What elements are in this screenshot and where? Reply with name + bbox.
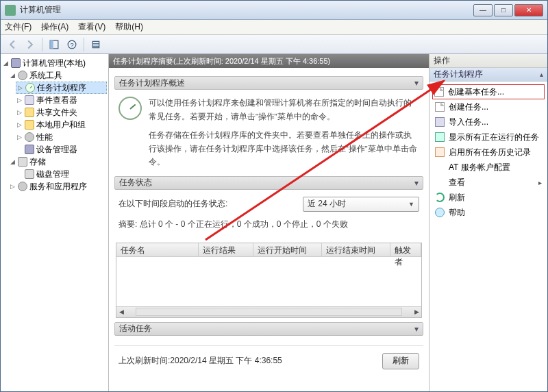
tree-performance[interactable]: ▷性能 [2,131,107,143]
tree-system-tools[interactable]: ◢系统工具 [2,69,107,82]
col-end[interactable]: 运行结束时间 [322,243,390,256]
tree-local-users[interactable]: ▷本地用户和组 [2,119,107,131]
menu-view[interactable]: 查看(V) [78,21,105,33]
scroll-right-icon[interactable]: ▶ [412,307,421,317]
tree-task-scheduler[interactable]: ▷任务计划程序 [16,82,107,94]
disk-icon [25,169,34,179]
help-icon [435,208,445,217]
forward-button[interactable] [23,37,38,52]
col-task-name[interactable]: 任务名 [116,243,199,256]
tree-event-viewer[interactable]: ▷事件查看器 [2,94,107,106]
table-body[interactable] [116,257,421,306]
action-show-running[interactable]: 显示所有正在运行的任务 [432,130,545,145]
perf-icon [25,132,34,142]
refresh-button[interactable]: 刷新 [382,353,419,369]
status-filter-label: 在以下时间段启动的任务状态: [119,198,227,210]
event-viewer-icon [25,95,34,105]
overview-section: 可以使用任务计划程序来创建和管理计算机将在所指定的时间自动执行的常见任务。若要开… [114,90,423,172]
submenu-arrow-icon: ▸ [538,179,542,186]
storage-icon [18,157,27,167]
action-refresh[interactable]: 刷新 [432,190,545,205]
action-create-basic-task[interactable]: 创建基本任务... [432,84,545,99]
action-import-task[interactable]: 导入任务... [432,114,545,130]
chevron-down-icon: ▼ [408,201,414,208]
tree-pane[interactable]: ◢计算机管理(本地) ◢系统工具 ▷任务计划程序 ▷事件查看器 ▷共享文件夹 ▷… [1,54,109,391]
status-section-header[interactable]: 任务状态▾ [114,176,423,190]
horizontal-scrollbar[interactable]: ◀▶ [116,306,421,317]
main-pane: 任务计划程序摘要(上次刷新时间: 2020/2/14 星期五 下午 4:36:5… [109,54,429,391]
client-area: ◢计算机管理(本地) ◢系统工具 ▷任务计划程序 ▷事件查看器 ▷共享文件夹 ▷… [1,54,547,391]
back-button[interactable] [5,37,20,52]
main-header: 任务计划程序摘要(上次刷新时间: 2020/2/14 星期五 下午 4:36:5… [109,54,429,68]
status-table: 任务名 运行结果 运行开始时间 运行结束时间 触发者 ◀▶ [116,243,422,318]
main-body[interactable]: 任务计划程序概述▾ 可以使用任务计划程序来创建和管理计算机将在所指定的时间自动执… [109,68,429,391]
collapse-icon[interactable]: ▾ [414,324,419,334]
folder-icon [25,108,34,117]
menu-help[interactable]: 帮助(H) [115,21,143,33]
history-icon [435,147,445,157]
tree-services-apps[interactable]: ▷服务和应用程序 [2,180,107,193]
action-help[interactable]: 帮助 [432,205,545,220]
tree-disk-management[interactable]: 磁盘管理 [2,168,107,180]
status-summary: 摘要: 总计 0 个 - 0 个正在运行，0 个成功，0 个停止，0 个失败 [114,216,423,238]
col-trigger[interactable]: 触发者 [390,243,421,256]
tree-root[interactable]: ◢计算机管理(本地) [2,57,107,69]
svg-text:?: ? [70,41,73,48]
status-period-combo[interactable]: 近 24 小时▼ [303,197,419,212]
actions-pane-title: 操作 [429,54,547,68]
show-hide-tree-button[interactable] [47,37,62,52]
action-at-account[interactable]: AT 服务帐户配置 [432,160,545,175]
maximize-button[interactable]: □ [494,4,513,16]
folder-icon [25,120,34,130]
tree-storage[interactable]: ◢存储 [2,156,107,168]
svg-rect-1 [50,40,53,49]
window-title: 计算机管理 [20,4,473,16]
minimize-button[interactable]: — [473,4,493,16]
document-icon [434,87,444,97]
window: 计算机管理 — □ ✕ 文件(F) 操作(A) 查看(V) 帮助(H) ? ◢计… [0,0,548,392]
tree-shared-folders[interactable]: ▷共享文件夹 [2,106,107,119]
document-icon [435,102,445,112]
device-icon [25,145,34,154]
app-icon [5,5,16,16]
collapse-icon[interactable]: ▴ [540,71,543,78]
tree-device-manager[interactable]: 设备管理器 [2,143,107,156]
actions-group-header[interactable]: 任务计划程序▴ [429,68,547,82]
help-toolbar-button[interactable]: ? [64,37,79,52]
collapse-icon[interactable]: ▾ [414,78,419,88]
table-header: 任务名 运行结果 运行开始时间 运行结束时间 触发者 [116,243,421,257]
active-tasks-header[interactable]: 活动任务▾ [114,322,423,336]
status-filter-row: 在以下时间段启动的任务状态: 近 24 小时▼ [114,190,423,216]
action-view[interactable]: 查看▸ [432,175,545,190]
menubar: 文件(F) 操作(A) 查看(V) 帮助(H) [1,20,547,35]
clock-large-icon [119,97,142,120]
blank-icon [435,162,445,172]
tools-icon [18,71,27,80]
clock-icon [25,83,35,93]
menu-file[interactable]: 文件(F) [5,21,32,33]
toolbar-separator [84,38,84,51]
running-icon [435,132,445,142]
refresh-icon [435,193,445,202]
overview-section-header[interactable]: 任务计划程序概述▾ [114,76,423,90]
toolbar-separator [42,38,42,51]
export-list-button[interactable] [88,37,103,52]
col-start[interactable]: 运行开始时间 [253,243,322,256]
action-create-task[interactable]: 创建任务... [432,99,545,114]
actions-pane: 操作 任务计划程序▴ 创建基本任务... 创建任务... 导入任务... 显示所… [429,54,547,391]
action-enable-history[interactable]: 启用所有任务历史记录 [432,145,545,160]
last-refresh-label: 上次刷新时间:2020/2/14 星期五 下午 4:36:55 [119,355,282,367]
toolbar: ? [1,35,547,54]
refresh-row: 上次刷新时间:2020/2/14 星期五 下午 4:36:55 刷新 [114,345,423,376]
blank-icon [435,177,445,187]
import-icon [435,117,445,127]
menu-action[interactable]: 操作(A) [41,21,68,33]
collapse-icon[interactable]: ▾ [414,178,419,188]
col-result[interactable]: 运行结果 [199,243,253,256]
titlebar[interactable]: 计算机管理 — □ ✕ [1,1,547,20]
close-button[interactable]: ✕ [514,4,543,16]
services-icon [18,182,27,191]
scroll-left-icon[interactable]: ◀ [116,307,126,317]
svg-rect-4 [92,41,99,47]
scroll-track[interactable] [136,308,402,316]
